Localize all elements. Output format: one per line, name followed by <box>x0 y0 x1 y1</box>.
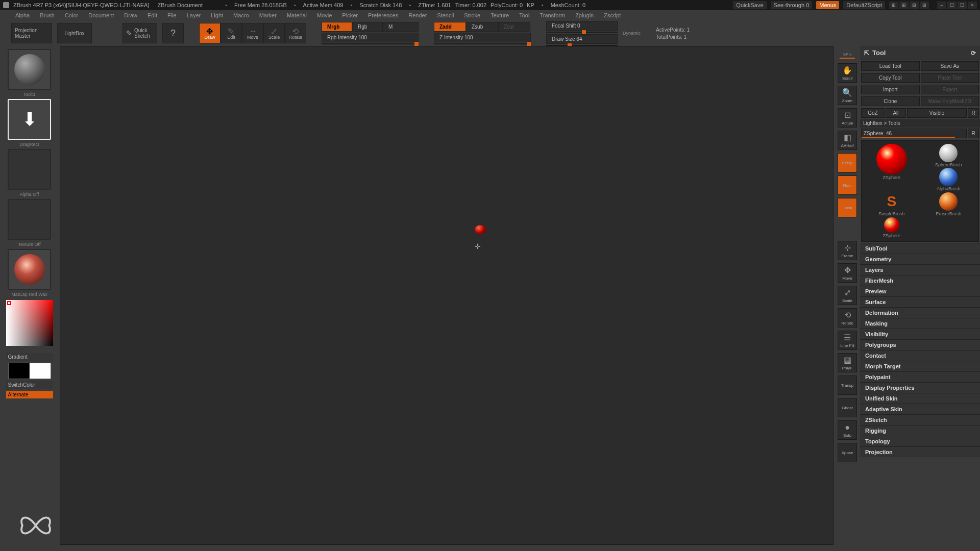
copy-tool-button[interactable]: Copy Tool <box>861 73 920 83</box>
seethrough-slider[interactable]: See-through 0 <box>771 1 813 9</box>
clone-button[interactable]: Clone <box>861 96 920 106</box>
stroke-thumb[interactable]: ⬇ <box>8 99 51 140</box>
primary-color-swatch[interactable] <box>30 363 51 379</box>
menu-color[interactable]: Color <box>60 11 83 19</box>
tool-zsphere-2[interactable]: ZSphere <box>865 217 919 238</box>
mode-edit-button[interactable]: ✎Edit <box>220 23 242 43</box>
section-contact[interactable]: Contact <box>860 350 980 361</box>
lightbox-tools-label[interactable]: Lightbox > Tools <box>860 119 980 128</box>
nav-aahalf-button[interactable]: ◧AAHalf <box>838 131 857 150</box>
menu-texture[interactable]: Texture <box>485 11 514 19</box>
section-masking[interactable]: Masking <box>860 318 980 329</box>
nav-spix-button[interactable]: SPix <box>838 50 857 60</box>
mode-rotate-button[interactable]: ⟲Rotate <box>285 23 306 43</box>
menu-stroke[interactable]: Stroke <box>459 11 485 19</box>
nav-scroll-button[interactable]: ✋Scroll <box>838 63 857 83</box>
alternate-button[interactable]: Alternate <box>6 391 53 398</box>
texture-thumb[interactable] <box>8 199 51 240</box>
rgb-intensity-slider[interactable]: Rgb Intensity 100 <box>322 33 419 42</box>
current-tool-thumb[interactable] <box>8 49 51 90</box>
window-close-icon[interactable]: × <box>968 2 977 9</box>
section-morph-target[interactable]: Morph Target <box>860 361 980 371</box>
menu-file[interactable]: File <box>162 11 182 19</box>
panel-pin-icon[interactable]: ⇱ <box>864 49 869 57</box>
nav-scale-button[interactable]: ⤢Scale <box>838 286 857 305</box>
zsphere-object[interactable] <box>475 225 486 234</box>
menu-macro[interactable]: Macro <box>228 11 254 19</box>
panel-collapse-icon[interactable]: ⟳ <box>971 49 976 57</box>
nav-floor-button[interactable]: Floor <box>838 176 857 195</box>
focal-shift-slider[interactable]: Focal Shift 0 <box>546 21 618 31</box>
nav-persp-button[interactable]: Persp <box>838 153 857 172</box>
menu-document[interactable]: Document <box>83 11 119 19</box>
quicksave-button[interactable]: QuickSave <box>733 1 766 9</box>
menu-alpha[interactable]: Alpha <box>10 11 35 19</box>
section-display-properties[interactable]: Display Properties <box>860 382 980 393</box>
menus-button[interactable]: Menus <box>816 1 839 9</box>
mode-draw-button[interactable]: ✥Draw <box>199 23 220 43</box>
menu-brush[interactable]: Brush <box>35 11 60 19</box>
color-picker[interactable] <box>6 300 53 346</box>
dynamic-label[interactable]: Dynamic <box>623 31 641 36</box>
nav-frame-button[interactable]: ⊹Frame <box>838 241 857 260</box>
section-preview[interactable]: Preview <box>860 286 980 296</box>
section-polygroups[interactable]: Polygroups <box>860 339 980 350</box>
menu-transform[interactable]: Transform <box>534 11 570 19</box>
nav-ghost-button[interactable]: Ghost <box>838 398 857 417</box>
tool-simplebrush[interactable]: SSimpleBrush <box>865 192 919 216</box>
z-intensity-slider[interactable]: Z Intensity 100 <box>434 33 531 42</box>
menu-tool[interactable]: Tool <box>514 11 534 19</box>
tool-zsphere[interactable]: ZSphere <box>865 144 919 191</box>
nav-move-button[interactable]: ✥Move <box>838 263 857 283</box>
menu-layer[interactable]: Layer <box>182 11 206 19</box>
tab-rgb[interactable]: Rgb <box>352 22 383 32</box>
section-visibility[interactable]: Visibility <box>860 329 980 339</box>
nav-transp-button[interactable]: Transp <box>838 375 857 395</box>
section-adaptive-skin[interactable]: Adaptive Skin <box>860 404 980 414</box>
tab-zsub[interactable]: Zsub <box>466 22 498 32</box>
secondary-color-swatch[interactable] <box>8 363 30 379</box>
section-topology[interactable]: Topology <box>860 436 980 446</box>
load-tool-button[interactable]: Load Tool <box>861 61 920 71</box>
titlebar-icon-1[interactable]: ⊞ <box>889 2 898 9</box>
switchcolor-button[interactable]: SwitchColor <box>6 381 53 389</box>
defaultzscript-button[interactable]: DefaultZScript <box>843 1 885 9</box>
menu-zscript[interactable]: Zscript <box>599 11 626 19</box>
current-tool-slider[interactable]: ZSphere_46 <box>861 129 967 138</box>
tab-mrgb[interactable]: Mrgb <box>322 22 352 32</box>
menu-picker[interactable]: Picker <box>337 11 363 19</box>
goz-r-button[interactable]: R <box>968 108 979 118</box>
mode-scale-button[interactable]: ⤢Scale <box>263 23 285 43</box>
titlebar-icon-4[interactable]: ⊞ <box>920 2 929 9</box>
menu-marker[interactable]: Marker <box>254 11 282 19</box>
menu-zplugin[interactable]: Zplugin <box>570 11 599 19</box>
titlebar-icon-3[interactable]: ⊞ <box>910 2 919 9</box>
mode-move-button[interactable]: ↔Move <box>242 23 263 43</box>
nav-zoom-button[interactable]: 🔍Zoom <box>838 86 857 105</box>
goz-visible-button[interactable]: Visible <box>907 108 967 118</box>
menu-light[interactable]: Light <box>206 11 228 19</box>
nav-xpose-button[interactable]: Xpose <box>838 443 857 462</box>
document-canvas[interactable]: ✛ <box>60 46 834 545</box>
gradient-button[interactable]: Gradient <box>6 353 53 361</box>
tool-r-button[interactable]: R <box>968 129 979 138</box>
window-restore-icon[interactable]: ☐ <box>947 2 957 9</box>
window-maximize-icon[interactable]: ☐ <box>958 2 967 9</box>
section-zsketch[interactable]: ZSketch <box>860 414 980 425</box>
nav-rotate-button[interactable]: ⟲Rotate <box>838 308 857 328</box>
save-as-button[interactable]: Save As <box>921 61 979 71</box>
section-deformation[interactable]: Deformation <box>860 307 980 318</box>
section-fibermesh[interactable]: FiberMesh <box>860 275 980 286</box>
titlebar-icon-2[interactable]: ⊞ <box>899 2 909 9</box>
menu-render[interactable]: Render <box>403 11 432 19</box>
window-minimize-icon[interactable]: – <box>937 2 946 9</box>
nav-linefill-button[interactable]: ☰Line Fill <box>838 331 857 350</box>
menu-edit[interactable]: Edit <box>142 11 162 19</box>
section-geometry[interactable]: Geometry <box>860 254 980 264</box>
menu-material[interactable]: Material <box>282 11 312 19</box>
draw-size-slider[interactable]: Draw Size 64 <box>546 34 618 44</box>
nav-actual-button[interactable]: ⊡Actual <box>838 108 857 128</box>
lightbox-button[interactable]: LightBox <box>57 23 92 43</box>
tool-eraserbrush[interactable]: EraserBrush <box>922 192 976 216</box>
nav-local-button[interactable]: Local <box>838 198 857 217</box>
